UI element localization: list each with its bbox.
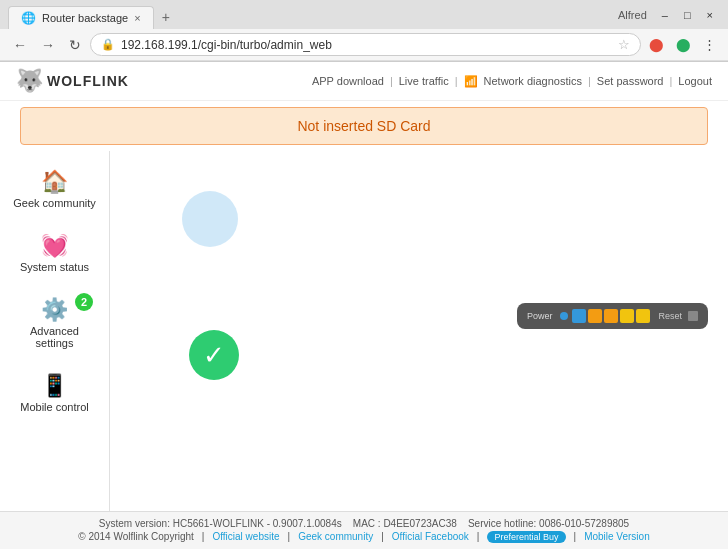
reset-button[interactable]: [688, 311, 698, 321]
power-label: Power: [527, 311, 553, 321]
logo-icon: 🐺: [16, 68, 43, 94]
lan3-label: LAN3: [643, 291, 666, 301]
wireless-label: Wireless settings: [621, 173, 720, 187]
official-facebook-link[interactable]: Official Facebook: [392, 531, 469, 543]
maximize-button[interactable]: □: [677, 7, 698, 23]
lan2-label: LAN2: [610, 291, 633, 301]
reset-label: Reset: [658, 311, 682, 321]
router-device: WAN LAN1 LAN2 LAN3 LAN4 Power: [517, 291, 708, 329]
mac-address: MAC : D4EE0723AC38: [353, 518, 457, 529]
network-diagnostics-link[interactable]: Network diagnostics: [484, 75, 582, 87]
footer: System version: HC5661-WOLFLINK - 0.9007…: [0, 511, 728, 549]
logo: 🐺 WOLFLINK: [16, 68, 129, 94]
reboot-button[interactable]: ⏻ Reboot: [642, 432, 678, 483]
router-header: 🐺 WOLFLINK APP download | Live traffic |…: [0, 62, 728, 101]
lan2-port: [604, 309, 618, 323]
ext-network-label: 1 External network settings: [250, 299, 438, 321]
close-button[interactable]: ×: [700, 7, 720, 23]
home-icon: 🏠: [41, 169, 68, 195]
sidebar-item-geek-community[interactable]: 🏠 Geek community: [6, 159, 103, 219]
tab-close-icon[interactable]: ×: [134, 12, 140, 24]
extensions-icon[interactable]: ⬤: [645, 35, 668, 54]
system-version: System version: HC5661-WOLFLINK - 0.9007…: [99, 518, 342, 529]
wan-port: [572, 309, 586, 323]
official-website-link[interactable]: Official website: [212, 531, 279, 543]
mobile-version-link[interactable]: Mobile Version: [584, 531, 650, 543]
bookmark-icon[interactable]: ☆: [618, 37, 630, 52]
sep3: |: [588, 75, 591, 87]
internet-label: Internet: [200, 169, 241, 183]
advanced-settings-badge: 2: [75, 293, 93, 311]
sep1: |: [390, 75, 393, 87]
svg-line-4: [490, 229, 500, 296]
refresh-button[interactable]: ↻: [64, 35, 86, 55]
svg-point-9: [182, 191, 238, 247]
forward-button[interactable]: →: [36, 35, 60, 55]
power-icon: ⏻: [642, 432, 678, 468]
sidebar-label-mobile: Mobile control: [20, 401, 88, 413]
new-tab-button[interactable]: +: [154, 5, 178, 29]
lan3-port: [620, 309, 634, 323]
live-traffic-link[interactable]: Live traffic: [399, 75, 449, 87]
footer-links: © 2014 Wolflink Copyright | Official web…: [10, 531, 718, 543]
check-inner: ✓: [189, 330, 239, 380]
sidebar-item-mobile-control[interactable]: 📱 Mobile control: [6, 363, 103, 423]
account-icon[interactable]: ⬤: [672, 35, 695, 54]
ext-network-text: External network settings: [280, 303, 438, 318]
reboot-label: Reboot: [642, 471, 677, 483]
sidebar-label-geek: Geek community: [13, 197, 96, 209]
step-circle-1: 1: [250, 299, 272, 321]
arrow-right-icon: ▶: [518, 213, 526, 224]
sidebar-item-system-status[interactable]: 💓 System status: [6, 223, 103, 283]
sidebar-label-system: System status: [20, 261, 89, 273]
address-bar: 🔒 ☆: [90, 33, 641, 56]
mobile-icon: 📱: [41, 373, 68, 399]
wan-label: WAN: [549, 291, 570, 301]
menu-icon[interactable]: ⋮: [699, 35, 720, 54]
wifi-signal-icon: [623, 184, 683, 244]
lan4-label: LAN4: [675, 291, 698, 301]
device-connected-bubble[interactable]: 🖥 Owned 2 Device connected ▶: [345, 206, 541, 230]
lock-icon: 🔒: [101, 38, 115, 51]
network-area: Internet 🖥 Owned 2 Device connected ▶: [110, 151, 728, 511]
geek-community-link[interactable]: Geek community: [298, 531, 373, 543]
globe-icon: [180, 189, 240, 249]
header-nav: APP download | Live traffic | 📶 Network …: [312, 75, 712, 88]
sep2: |: [455, 75, 458, 87]
lan1-label: LAN1: [578, 291, 601, 301]
gear-icon: ⚙️: [41, 297, 68, 323]
browser-tab[interactable]: 🌐 Router backstage ×: [8, 6, 154, 29]
logo-text: WOLFLINK: [47, 73, 129, 89]
lan4-port: [636, 309, 650, 323]
sidebar-item-advanced-settings[interactable]: ⚙️ Advanced settings 2: [6, 287, 103, 359]
sidebar-label-advanced: Advanced settings: [12, 325, 97, 349]
device-connected-text: Owned 2 Device connected: [377, 212, 512, 224]
address-input[interactable]: [121, 38, 612, 52]
wifi-icon: 📶: [464, 75, 478, 88]
monitor-icon: 🖥: [360, 212, 371, 224]
minimize-button[interactable]: –: [655, 7, 675, 23]
heartbeat-icon: 💓: [41, 233, 68, 259]
router-ports: [572, 309, 650, 323]
router-box: Power Reset: [517, 303, 708, 329]
sep4: |: [669, 75, 672, 87]
back-button[interactable]: ←: [8, 35, 32, 55]
footer-system-info: System version: HC5661-WOLFLINK - 0.9007…: [10, 518, 718, 529]
lan1-port: [588, 309, 602, 323]
user-label: Alfred: [618, 9, 647, 21]
sd-warning-banner: Not inserted SD Card: [20, 107, 708, 145]
checkmark-icon: ✓: [203, 340, 225, 371]
logout-link[interactable]: Logout: [678, 75, 712, 87]
app-download-link[interactable]: APP download: [312, 75, 384, 87]
check-circle: ✓: [182, 323, 246, 387]
copyright: © 2014 Wolflink Copyright: [78, 531, 194, 543]
tab-title: Router backstage: [42, 12, 128, 24]
service-hotline: Service hotline: 0086-010-57289805: [468, 518, 629, 529]
port-labels: WAN LAN1 LAN2 LAN3 LAN4: [517, 291, 698, 301]
power-led: [560, 312, 568, 320]
preferential-buy-button[interactable]: Preferential Buy: [487, 531, 565, 543]
set-password-link[interactable]: Set password: [597, 75, 664, 87]
sidebar: 🏠 Geek community 💓 System status ⚙️ Adva…: [0, 151, 110, 511]
